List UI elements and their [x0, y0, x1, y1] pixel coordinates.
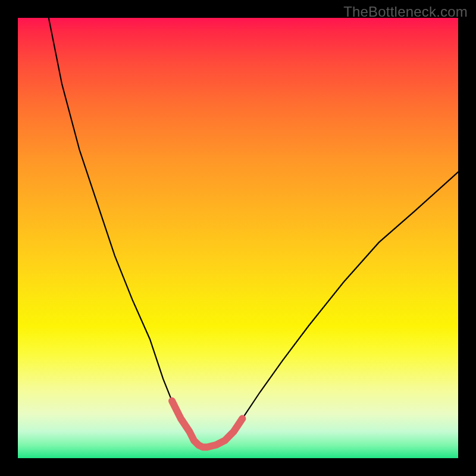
plot-area	[18, 18, 458, 458]
watermark-label: TheBottleneck.com	[343, 4, 468, 20]
chart-container: TheBottleneck.com	[0, 0, 476, 476]
bottom-highlight	[172, 401, 242, 447]
curve-layer	[18, 18, 458, 458]
main-curve	[49, 18, 458, 447]
